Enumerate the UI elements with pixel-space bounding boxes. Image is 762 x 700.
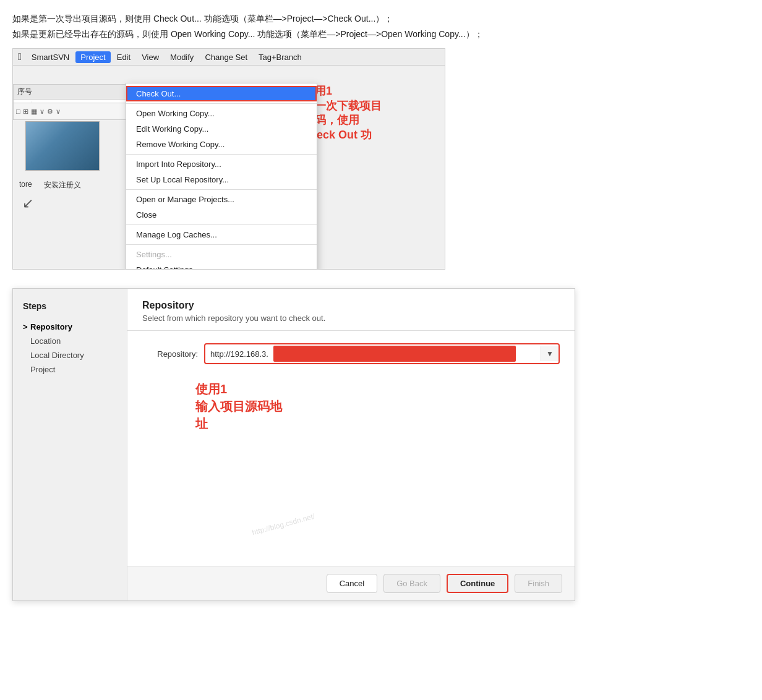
instruction-line1: 如果是第一次导出项目源码，则使用 Check Out... 功能选项（菜单栏—>… (12, 11, 750, 27)
app-screenshot-area:  SmartSVN Project Edit View Modify Chan… (12, 48, 445, 270)
dialog-section-title: Repository (142, 300, 560, 311)
menubar-project[interactable]: Project (75, 51, 110, 63)
menu-item-manage-log-caches[interactable]: Manage Log Caches... (126, 227, 317, 242)
dialog-field-input-prefix: http://192.168.3. (205, 346, 273, 362)
dialog-field-input-mask (273, 346, 516, 362)
app-table-header: 序号 (14, 85, 130, 100)
menu-item-edit-working-copy[interactable]: Edit Working Copy... (126, 121, 317, 137)
toolbar-icon-4: ⚙ (47, 108, 53, 116)
menubar-smartsvn[interactable]: SmartSVN (27, 51, 74, 63)
menu-item-setup-local-repo[interactable]: Set Up Local Repository... (126, 172, 317, 187)
dialog-annotation-line2: 址 (195, 415, 282, 432)
dropdown-arrow-icon[interactable]: ▼ (541, 346, 559, 361)
toolbar-icon-2: ⊞ (23, 108, 28, 116)
dropdown-menu: Check Out... Open Working Copy... Edit W… (126, 83, 317, 270)
menubar-modify[interactable]: Modify (165, 51, 199, 63)
menu-separator-2 (126, 154, 317, 155)
app-thumbnail (25, 121, 100, 171)
dialog-field-input[interactable] (516, 346, 541, 362)
dialog-section-subtitle: Select from which repository you want to… (142, 314, 560, 323)
dialog-footer: Cancel Go Back Continue Finish (127, 566, 575, 600)
menu-item-close[interactable]: Close (126, 207, 317, 223)
go-back-button: Go Back (383, 574, 440, 593)
menu-item-checkout[interactable]: Check Out... (126, 86, 317, 101)
dialog-annotation-title: 使用1 (195, 380, 282, 398)
menubar:  SmartSVN Project Edit View Modify Chan… (12, 48, 445, 66)
menubar-edit[interactable]: Edit (112, 51, 135, 63)
menu-item-import-repository[interactable]: Import Into Repository... (126, 156, 317, 172)
dialog-sidebar: Steps Repository Location Local Director… (13, 289, 127, 600)
steps-item-local-directory: Local Directory (23, 348, 117, 362)
menubar-view[interactable]: View (137, 51, 164, 63)
steps-list: Repository Location Local Directory Proj… (23, 320, 117, 377)
dialog-container: Steps Repository Location Local Director… (12, 288, 575, 601)
toolbar-icon-1: □ (16, 108, 20, 115)
toolbar-icon-3: ▦ (31, 108, 37, 116)
dialog-main: Repository Select from which repository … (127, 289, 575, 600)
dialog-field-label: Repository: (142, 349, 198, 359)
app-store-label: tore (19, 180, 32, 189)
dialog-body: Repository: http://192.168.3. ▼ 使用1 输入项目… (127, 331, 575, 566)
app-register-label: 安装注册义 (44, 180, 81, 190)
toolbar-dropdown: ∨ (40, 108, 45, 116)
menu-separator-1 (126, 103, 317, 104)
menu-separator-3 (126, 189, 317, 190)
cancel-button[interactable]: Cancel (327, 574, 377, 593)
apple-icon:  (18, 51, 22, 62)
dialog-watermark: http://blog.csdn.net/ (251, 512, 316, 537)
finish-button: Finish (515, 574, 562, 593)
continue-button[interactable]: Continue (447, 574, 508, 593)
menubar-tagbranch[interactable]: Tag+Branch (254, 51, 307, 63)
table-header-num: 序号 (17, 87, 32, 97)
menu-separator-5 (126, 244, 317, 245)
dialog-header: Repository Select from which repository … (127, 289, 575, 331)
instruction-line2: 如果是更新已经导出存在的源码，则使用 Open Working Copy... … (12, 27, 750, 42)
steps-item-project: Project (23, 362, 117, 377)
arrow-icon: ↙ (22, 195, 33, 211)
app-toolbar: □ ⊞ ▦ ∨ ⚙ ∨ (13, 103, 131, 120)
menu-item-settings: Settings... (126, 247, 317, 262)
toolbar-icon-5: ∨ (56, 108, 61, 116)
menu-item-default-settings[interactable]: Default Settings... (126, 262, 317, 270)
menu-item-remove-working-copy[interactable]: Remove Working Copy... (126, 137, 317, 152)
dialog-annotation: 使用1 输入项目源码地 址 (195, 380, 282, 432)
instruction-block: 如果是第一次导出项目源码，则使用 Check Out... 功能选项（菜单栏—>… (12, 11, 750, 42)
dialog-field-row: Repository: http://192.168.3. ▼ (142, 343, 560, 364)
menu-separator-4 (126, 224, 317, 225)
page-wrapper: 如果是第一次导出项目源码，则使用 Check Out... 功能选项（菜单栏—>… (0, 0, 762, 612)
steps-item-location: Location (23, 334, 117, 348)
menubar-changeset[interactable]: Change Set (200, 51, 252, 63)
dialog-annotation-line1: 输入项目源码地 (195, 398, 282, 415)
steps-item-repository: Repository (23, 320, 117, 334)
menu-item-open-manage-projects[interactable]: Open or Manage Projects... (126, 192, 317, 207)
app-content: 序号 1 首[ □ ⊞ ▦ ∨ ⚙ ∨ http://blog.csdn.net… (12, 66, 445, 270)
menu-item-open-working-copy[interactable]: Open Working Copy... (126, 106, 317, 121)
steps-title: Steps (23, 301, 117, 311)
dialog-field-input-wrap: http://192.168.3. ▼ (204, 343, 560, 364)
